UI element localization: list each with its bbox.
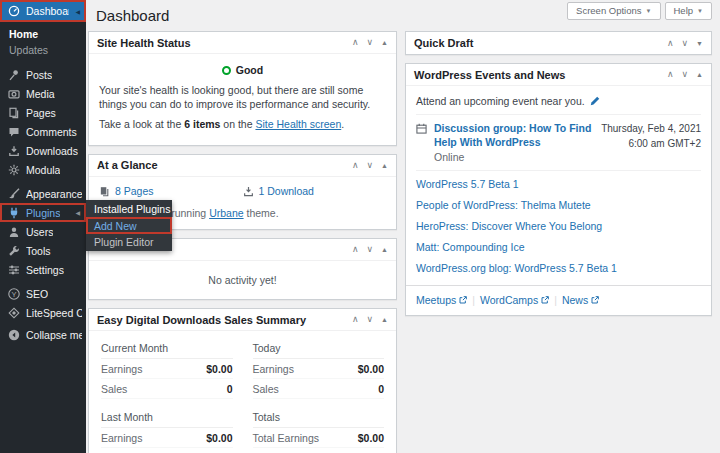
event-list-item: Discussion group: How To Find Help With … <box>416 114 701 171</box>
sidebar-item-label: Collapse menu <box>26 329 82 341</box>
edd-section-current-month: Current Month Earnings$0.00 Sales0 <box>101 339 233 399</box>
wrench-icon <box>7 245 20 257</box>
move-down-icon[interactable]: ∨ <box>366 161 373 170</box>
news-link[interactable]: WordPress 5.7 Beta 1 <box>416 174 701 195</box>
flyout-item-plugin-editor[interactable]: Plugin Editor <box>86 234 172 250</box>
sidebar-item-users[interactable]: Users <box>0 222 86 241</box>
sidebar-item-dashboard[interactable]: Dashboard ◀ <box>0 0 86 22</box>
pages-count-link[interactable]: 8 Pages <box>115 184 154 199</box>
event-title-link[interactable]: Discussion group: How To Find Help With … <box>434 122 594 149</box>
sidebar-item-comments[interactable]: Comments <box>0 122 86 141</box>
sidebar-item-posts[interactable]: Posts <box>0 65 86 84</box>
sidebar-item-pages[interactable]: Pages <box>0 103 86 122</box>
sidebar-item-seo[interactable]: Y SEO <box>0 284 86 303</box>
stat-label: Total Earnings <box>253 432 320 444</box>
collapse-toggle-icon[interactable]: ▲ <box>381 316 388 323</box>
sidebar-item-label: SEO <box>26 288 48 300</box>
activity-empty-message: No activity yet! <box>89 261 396 299</box>
stat-value: 0 <box>378 383 384 395</box>
move-down-icon[interactable]: ∨ <box>366 38 373 47</box>
collapse-toggle-icon[interactable]: ▲ <box>381 162 388 169</box>
events-and-news-widget: WordPress Events and News ∧ ∨ ▲ Attend a… <box>405 63 712 316</box>
sidebar-item-downloads[interactable]: Downloads <box>0 141 86 160</box>
site-health-screen-link[interactable]: Site Health screen <box>255 118 341 130</box>
edit-location-pencil-icon[interactable] <box>590 96 600 106</box>
meetups-link[interactable]: Meetups <box>416 294 467 306</box>
admin-sidebar: Dashboard ◀ Home Updates Posts Media Pag… <box>0 0 86 453</box>
plug-icon <box>7 207 20 219</box>
move-down-icon[interactable]: ∨ <box>681 70 688 79</box>
download-icon <box>7 145 20 157</box>
move-up-icon[interactable]: ∧ <box>352 38 359 47</box>
current-item-arrow-icon: ◀ <box>75 8 80 15</box>
plugins-flyout-menu: Installed Plugins Add New Plugin Editor <box>86 200 172 251</box>
move-up-icon[interactable]: ∧ <box>352 161 359 170</box>
sidebar-item-media[interactable]: Media <box>0 84 86 103</box>
sidebar-item-label: Modula <box>26 164 60 176</box>
quick-draft-widget: Quick Draft ∧ ∨ ▼ <box>405 31 712 55</box>
wordcamps-link[interactable]: WordCamps <box>480 294 549 306</box>
download-icon <box>243 186 254 197</box>
yoast-seo-icon: Y <box>7 288 20 300</box>
external-link-icon <box>591 296 599 304</box>
events-footer-links: Meetups | WordCamps | News <box>406 285 711 315</box>
move-up-icon[interactable]: ∧ <box>352 315 359 324</box>
flyout-item-add-new[interactable]: Add New <box>86 217 172 234</box>
collapse-toggle-icon[interactable]: ▼ <box>696 40 703 47</box>
stat-label: Earnings <box>101 363 142 375</box>
flyout-item-installed-plugins[interactable]: Installed Plugins <box>86 201 172 217</box>
news-list: WordPress 5.7 Beta 1 People of WordPress… <box>416 171 701 280</box>
downloads-count-link[interactable]: 1 Download <box>259 184 314 199</box>
theme-link[interactable]: Urbane <box>209 207 243 219</box>
move-down-icon[interactable]: ∨ <box>366 245 373 254</box>
screen-options-button[interactable]: Screen Options ▼ <box>567 2 660 20</box>
collapse-toggle-icon[interactable]: ▲ <box>381 246 388 253</box>
widget-title: Quick Draft <box>414 37 667 49</box>
sidebar-item-tools[interactable]: Tools <box>0 241 86 260</box>
sidebar-item-modula[interactable]: Modula <box>0 160 86 179</box>
news-link[interactable]: People of WordPress: Thelma Mutete <box>416 195 701 216</box>
event-datetime: Thursday, Feb 4, 2021 6:00 am GMT+2 <box>601 122 701 163</box>
move-down-icon[interactable]: ∨ <box>366 315 373 324</box>
sidebar-item-label: Posts <box>26 69 52 81</box>
move-up-icon[interactable]: ∧ <box>667 39 674 48</box>
health-description: Your site's health is looking good, but … <box>99 83 386 112</box>
sidebar-item-label: LiteSpeed Cache <box>26 307 82 319</box>
sidebar-item-settings[interactable]: Settings <box>0 260 86 279</box>
move-down-icon[interactable]: ∨ <box>681 39 688 48</box>
sidebar-subitem-home[interactable]: Home <box>0 26 86 42</box>
sidebar-item-label: Tools <box>26 245 51 257</box>
sliders-icon <box>7 264 20 276</box>
collapse-toggle-icon[interactable]: ▲ <box>696 71 703 78</box>
pushpin-icon <box>7 69 20 81</box>
edd-sales-summary-widget: Easy Digital Downloads Sales Summary ∧ ∨… <box>88 308 397 453</box>
event-location: Online <box>434 151 594 163</box>
help-button[interactable]: Help ▼ <box>665 2 713 20</box>
news-link[interactable]: HeroPress: Discover Where You Belong <box>416 216 701 237</box>
items-count: 6 items <box>184 118 220 130</box>
sidebar-item-label: Appearance <box>26 188 82 200</box>
sidebar-item-litespeed-cache[interactable]: LiteSpeed Cache <box>0 303 86 322</box>
move-up-icon[interactable]: ∧ <box>667 70 674 79</box>
external-link-icon <box>459 296 467 304</box>
screen-meta-buttons: Screen Options ▼ Help ▼ <box>567 2 712 20</box>
sidebar-subitem-updates[interactable]: Updates <box>0 42 86 58</box>
widget-title: At a Glance <box>97 159 352 171</box>
collapse-toggle-icon[interactable]: ▲ <box>381 39 388 46</box>
sidebar-item-appearance[interactable]: Appearance <box>0 184 86 203</box>
pages-icon <box>7 107 20 119</box>
svg-text:Y: Y <box>11 289 16 298</box>
collapse-menu-button[interactable]: Collapse menu <box>0 325 86 344</box>
section-heading: Last Month <box>101 408 233 428</box>
move-up-icon[interactable]: ∧ <box>352 245 359 254</box>
dashboard-submenu: Home Updates <box>0 22 86 60</box>
chevron-down-icon: ▼ <box>697 8 703 14</box>
stat-value: $0.00 <box>358 363 384 375</box>
news-footer-link[interactable]: News <box>562 294 599 306</box>
news-link[interactable]: Matt: Compounding Ice <box>416 237 701 258</box>
camera-icon <box>7 88 20 100</box>
news-link[interactable]: WordPress.org blog: WordPress 5.7 Beta 1 <box>416 258 701 279</box>
sidebar-item-plugins[interactable]: Plugins ◀ <box>0 203 86 222</box>
comment-bubble-icon <box>7 126 20 138</box>
sidebar-item-label: Comments <box>26 126 77 138</box>
